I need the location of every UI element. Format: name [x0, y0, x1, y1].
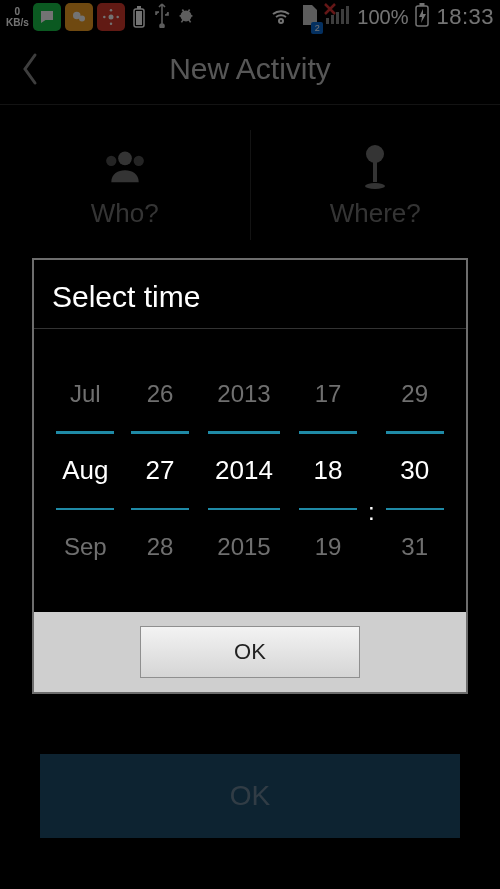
dialog-ok-button[interactable]: OK	[140, 626, 360, 678]
year-selected: 2014	[215, 434, 273, 508]
time-colon: :	[365, 357, 377, 584]
day-picker[interactable]: 26 27 28	[123, 357, 198, 584]
dialog-ok-label: OK	[234, 639, 266, 665]
minute-next: 31	[401, 510, 428, 584]
month-prev: Jul	[70, 357, 101, 431]
minute-prev: 29	[401, 357, 428, 431]
minute-picker[interactable]: 29 30 31	[377, 357, 452, 584]
year-prev: 2013	[217, 357, 270, 431]
dialog-title: Select time	[34, 260, 466, 324]
month-selected: Aug	[62, 434, 108, 508]
select-time-dialog: Select time Jul Aug Sep 26 27 28 2013 20…	[32, 258, 468, 694]
month-next: Sep	[64, 510, 107, 584]
month-picker[interactable]: Jul Aug Sep	[48, 357, 123, 584]
hour-prev: 17	[315, 357, 342, 431]
hour-next: 19	[315, 510, 342, 584]
datetime-picker: Jul Aug Sep 26 27 28 2013 2014 2015 17 1…	[34, 329, 466, 612]
year-next: 2015	[217, 510, 270, 584]
hour-picker[interactable]: 17 18 19	[291, 357, 366, 584]
dialog-footer: OK	[34, 612, 466, 692]
day-selected: 27	[146, 434, 175, 508]
minute-selected: 30	[400, 434, 429, 508]
year-picker[interactable]: 2013 2014 2015	[197, 357, 290, 584]
hour-selected: 18	[314, 434, 343, 508]
day-next: 28	[147, 510, 174, 584]
day-prev: 26	[147, 357, 174, 431]
